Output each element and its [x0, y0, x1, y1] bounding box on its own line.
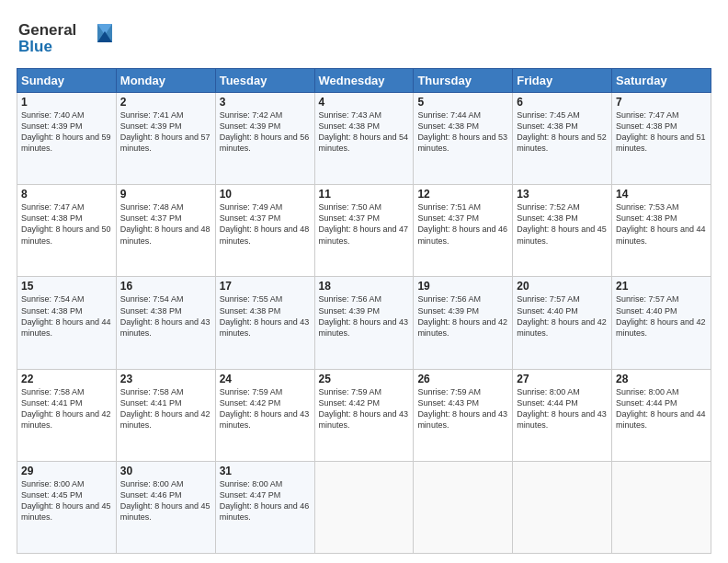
sunrise-label: Sunrise: 7:59 AM: [417, 387, 481, 396]
logo-text: General Blue: [17, 17, 118, 61]
calendar-cell: 10 Sunrise: 7:49 AM Sunset: 4:37 PM Dayl…: [215, 185, 314, 277]
day-info: Sunrise: 7:40 AM Sunset: 4:39 PM Dayligh…: [21, 109, 112, 155]
day-info: Sunrise: 7:48 AM Sunset: 4:37 PM Dayligh…: [120, 201, 211, 247]
daylight-label: Daylight: 8 hours and 46 minutes.: [220, 501, 310, 522]
sunrise-label: Sunrise: 8:00 AM: [220, 479, 283, 488]
day-number: 8: [21, 188, 112, 201]
daylight-label: Daylight: 8 hours and 43 minutes.: [517, 409, 607, 430]
daylight-label: Daylight: 8 hours and 53 minutes.: [417, 132, 507, 153]
sunrise-label: Sunrise: 8:00 AM: [120, 479, 184, 488]
day-number: 6: [517, 96, 608, 109]
sunrise-label: Sunrise: 7:47 AM: [21, 202, 85, 212]
daylight-label: Daylight: 8 hours and 44 minutes.: [21, 317, 111, 338]
day-info: Sunrise: 7:43 AM Sunset: 4:38 PM Dayligh…: [319, 109, 410, 155]
sunrise-label: Sunrise: 7:59 AM: [319, 387, 382, 396]
calendar-cell: 4 Sunrise: 7:43 AM Sunset: 4:38 PM Dayli…: [314, 93, 414, 185]
daylight-label: Daylight: 8 hours and 45 minutes.: [120, 501, 210, 522]
daylight-label: Daylight: 8 hours and 43 minutes.: [220, 317, 310, 338]
sunrise-label: Sunrise: 7:56 AM: [319, 294, 382, 304]
sunset-label: Sunset: 4:38 PM: [517, 121, 578, 131]
col-header-friday: Friday: [513, 69, 612, 93]
sunrise-label: Sunrise: 7:58 AM: [120, 387, 184, 396]
day-number: 28: [616, 373, 707, 385]
daylight-label: Daylight: 8 hours and 43 minutes.: [319, 317, 409, 338]
calendar-cell: 5 Sunrise: 7:44 AM Sunset: 4:38 PM Dayli…: [414, 93, 513, 185]
day-number: 23: [120, 373, 211, 385]
sunset-label: Sunset: 4:38 PM: [220, 306, 281, 316]
sunrise-label: Sunrise: 8:00 AM: [517, 387, 580, 396]
day-number: 29: [21, 465, 112, 477]
sunrise-label: Sunrise: 7:57 AM: [517, 294, 580, 304]
calendar-cell: 21 Sunrise: 7:57 AM Sunset: 4:40 PM Dayl…: [612, 277, 711, 369]
calendar-cell: 29 Sunrise: 8:00 AM Sunset: 4:45 PM Dayl…: [17, 461, 117, 553]
calendar-cell: 14 Sunrise: 7:53 AM Sunset: 4:38 PM Dayl…: [612, 185, 711, 277]
day-number: 15: [21, 280, 112, 293]
daylight-label: Daylight: 8 hours and 42 minutes.: [21, 409, 111, 430]
daylight-label: Daylight: 8 hours and 43 minutes.: [319, 409, 409, 430]
calendar-cell: 6 Sunrise: 7:45 AM Sunset: 4:38 PM Dayli…: [513, 93, 612, 185]
sunrise-label: Sunrise: 7:54 AM: [21, 294, 85, 304]
sunset-label: Sunset: 4:38 PM: [616, 121, 677, 131]
sunset-label: Sunset: 4:42 PM: [220, 398, 281, 408]
sunset-label: Sunset: 4:38 PM: [21, 306, 83, 316]
day-number: 5: [417, 96, 508, 109]
day-info: Sunrise: 7:59 AM Sunset: 4:42 PM Dayligh…: [220, 386, 311, 431]
calendar-cell: 23 Sunrise: 7:58 AM Sunset: 4:41 PM Dayl…: [116, 369, 215, 461]
sunrise-label: Sunrise: 7:41 AM: [120, 110, 184, 120]
daylight-label: Daylight: 8 hours and 59 minutes.: [21, 132, 111, 153]
day-info: Sunrise: 7:57 AM Sunset: 4:40 PM Dayligh…: [517, 293, 608, 339]
day-info: Sunrise: 8:00 AM Sunset: 4:45 PM Dayligh…: [21, 478, 112, 523]
daylight-label: Daylight: 8 hours and 42 minutes.: [616, 317, 706, 338]
daylight-label: Daylight: 8 hours and 42 minutes.: [120, 409, 210, 430]
sunrise-label: Sunrise: 7:57 AM: [616, 294, 679, 304]
day-info: Sunrise: 7:49 AM Sunset: 4:37 PM Dayligh…: [220, 201, 311, 247]
day-info: Sunrise: 7:52 AM Sunset: 4:38 PM Dayligh…: [517, 201, 608, 247]
calendar-cell: 31 Sunrise: 8:00 AM Sunset: 4:47 PM Dayl…: [215, 461, 314, 553]
sunset-label: Sunset: 4:38 PM: [21, 213, 83, 223]
calendar-cell: 25 Sunrise: 7:59 AM Sunset: 4:42 PM Dayl…: [314, 369, 414, 461]
sunset-label: Sunset: 4:44 PM: [616, 398, 677, 408]
daylight-label: Daylight: 8 hours and 45 minutes.: [517, 224, 607, 245]
sunset-label: Sunset: 4:41 PM: [21, 398, 83, 408]
sunset-label: Sunset: 4:42 PM: [319, 398, 381, 408]
sunset-label: Sunset: 4:45 PM: [21, 490, 83, 500]
day-info: Sunrise: 8:00 AM Sunset: 4:46 PM Dayligh…: [120, 478, 211, 523]
daylight-label: Daylight: 8 hours and 43 minutes.: [120, 317, 210, 338]
day-info: Sunrise: 8:00 AM Sunset: 4:47 PM Dayligh…: [220, 478, 311, 523]
sunset-label: Sunset: 4:41 PM: [120, 398, 182, 408]
calendar-cell: 15 Sunrise: 7:54 AM Sunset: 4:38 PM Dayl…: [17, 277, 117, 369]
sunrise-label: Sunrise: 7:40 AM: [21, 110, 85, 120]
sunset-label: Sunset: 4:39 PM: [120, 121, 182, 131]
sunset-label: Sunset: 4:38 PM: [417, 121, 479, 131]
calendar-cell: [414, 461, 513, 553]
header: General Blue: [17, 17, 711, 61]
day-number: 22: [21, 373, 112, 385]
calendar-cell: 16 Sunrise: 7:54 AM Sunset: 4:38 PM Dayl…: [116, 277, 215, 369]
day-info: Sunrise: 8:00 AM Sunset: 4:44 PM Dayligh…: [616, 386, 707, 431]
calendar-cell: 19 Sunrise: 7:56 AM Sunset: 4:39 PM Dayl…: [414, 277, 513, 369]
day-number: 17: [220, 280, 311, 293]
day-number: 10: [220, 188, 311, 201]
day-number: 21: [616, 280, 707, 293]
daylight-label: Daylight: 8 hours and 52 minutes.: [517, 132, 607, 153]
sunset-label: Sunset: 4:44 PM: [517, 398, 578, 408]
sunrise-label: Sunrise: 7:48 AM: [120, 202, 184, 212]
calendar-cell: 13 Sunrise: 7:52 AM Sunset: 4:38 PM Dayl…: [513, 185, 612, 277]
sunrise-label: Sunrise: 7:49 AM: [220, 202, 283, 212]
day-info: Sunrise: 7:47 AM Sunset: 4:38 PM Dayligh…: [21, 201, 112, 247]
calendar-cell: 12 Sunrise: 7:51 AM Sunset: 4:37 PM Dayl…: [414, 185, 513, 277]
sunrise-label: Sunrise: 7:52 AM: [517, 202, 580, 212]
svg-text:Blue: Blue: [18, 38, 52, 55]
daylight-label: Daylight: 8 hours and 46 minutes.: [417, 224, 507, 245]
day-info: Sunrise: 7:42 AM Sunset: 4:39 PM Dayligh…: [220, 109, 311, 155]
daylight-label: Daylight: 8 hours and 51 minutes.: [616, 132, 706, 153]
sunrise-label: Sunrise: 7:43 AM: [319, 110, 382, 120]
sunset-label: Sunset: 4:40 PM: [517, 306, 578, 316]
day-info: Sunrise: 8:00 AM Sunset: 4:44 PM Dayligh…: [517, 386, 608, 431]
col-header-saturday: Saturday: [612, 69, 711, 93]
day-info: Sunrise: 7:51 AM Sunset: 4:37 PM Dayligh…: [417, 201, 508, 247]
sunset-label: Sunset: 4:37 PM: [417, 213, 479, 223]
day-number: 30: [120, 465, 211, 477]
day-info: Sunrise: 7:56 AM Sunset: 4:39 PM Dayligh…: [319, 293, 410, 339]
day-info: Sunrise: 7:57 AM Sunset: 4:40 PM Dayligh…: [616, 293, 707, 339]
